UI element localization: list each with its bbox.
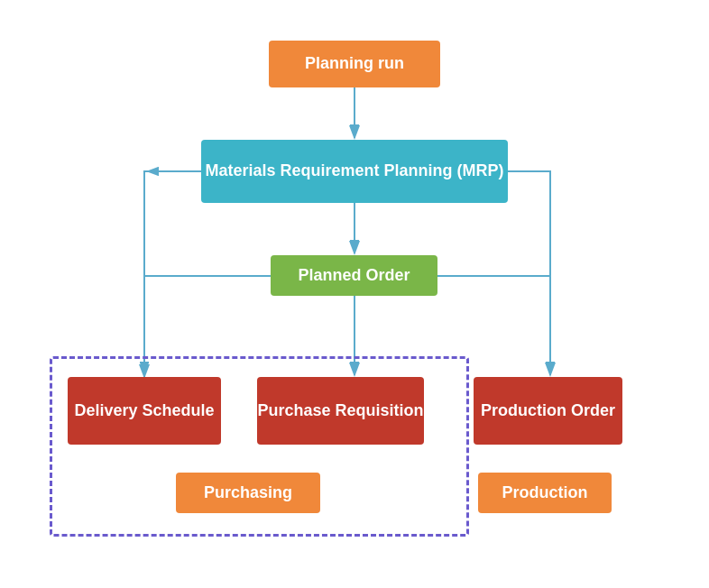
planning-run-box: Planning run <box>269 41 440 87</box>
production-order-box: Production Order <box>474 377 622 445</box>
planning-run-label: Planning run <box>305 53 404 74</box>
mrp-box: Materials Requirement Planning (MRP) <box>201 140 508 203</box>
purchase-requisition-box: Purchase Requisition <box>257 377 424 445</box>
purchasing-label: Purchasing <box>204 482 292 503</box>
purchasing-box: Purchasing <box>176 473 320 513</box>
delivery-schedule-box: Delivery Schedule <box>68 377 221 445</box>
delivery-schedule-label: Delivery Schedule <box>74 400 214 421</box>
production-label: Production <box>502 482 588 503</box>
planned-order-box: Planned Order <box>271 255 437 296</box>
production-box: Production <box>478 473 612 513</box>
production-order-label: Production Order <box>481 400 615 421</box>
diagram-container: Planning run Materials Requirement Plann… <box>0 0 709 588</box>
planned-order-label: Planned Order <box>298 265 410 286</box>
purchase-requisition-label: Purchase Requisition <box>257 400 423 421</box>
mrp-label: Materials Requirement Planning (MRP) <box>205 161 503 181</box>
